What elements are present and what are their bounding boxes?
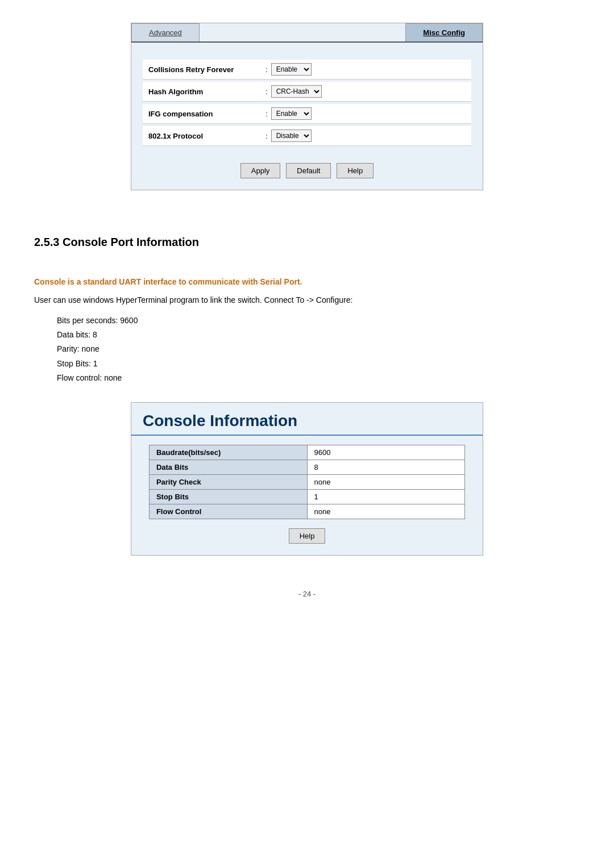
baudrate-value: 9600 [307,445,465,460]
console-info-title: Console Information [131,403,483,436]
stopbits-value: 1 [307,489,465,504]
console-intro: Console is a standard UART interface to … [34,277,580,286]
ifg-compensation-label: IFG compensation [148,110,262,118]
8021x-protocol-select[interactable]: Disable Enable [271,130,312,142]
parity-label: Parity Check [149,474,307,489]
hash-algorithm-label: Hash Algorithm [148,87,262,96]
default-button[interactable]: Default [286,163,331,178]
parity-value: none [307,474,465,489]
console-body: User can use windows HyperTerminal progr… [34,295,580,304]
spec-flowcontrol: Flow control: none [57,371,580,385]
ifg-compensation-row: IFG compensation : Enable Disable [143,104,471,124]
help-button-console[interactable]: Help [289,528,326,544]
misc-config-panel: Advanced Misc Config Collisions Retry Fo… [131,23,483,190]
collisions-retry-select[interactable]: Enable Disable [271,63,312,76]
help-button-top[interactable]: Help [337,163,374,178]
table-row: Data Bits 8 [149,460,464,474]
tab-advanced-label: Advanced [149,28,182,37]
table-row: Parity Check none [149,474,464,489]
ifg-compensation-select[interactable]: Enable Disable [271,107,312,120]
section-heading: 2.5.3 Console Port Information [34,236,580,249]
console-specs-list: Bits per seconds: 9600 Data bits: 8 Pari… [57,314,580,385]
table-row: Flow Control none [149,504,464,519]
collisions-retry-colon: : [265,65,268,74]
spec-baudrate: Bits per seconds: 9600 [57,314,580,328]
hash-algorithm-row: Hash Algorithm : CRC-Hash XOR-Hash [143,82,471,102]
collisions-retry-label: Collisions Retry Forever [148,65,262,74]
flowcontrol-label: Flow Control [149,504,307,519]
8021x-protocol-label: 802.1x Protocol [148,132,262,140]
apply-button[interactable]: Apply [240,163,281,178]
stopbits-label: Stop Bits [149,489,307,504]
console-help-row: Help [131,528,483,544]
ifg-compensation-colon: : [265,110,268,118]
databits-label: Data Bits [149,460,307,474]
collisions-retry-row: Collisions Retry Forever : Enable Disabl… [143,60,471,80]
tab-advanced[interactable]: Advanced [131,23,200,41]
tab-misc-config[interactable]: Misc Config [405,23,483,41]
8021x-protocol-colon: : [265,132,268,140]
tab-bar: Advanced Misc Config [131,23,483,43]
page-number: - 24 - [34,590,580,598]
console-info-table: Baudrate(bits/sec) 9600 Data Bits 8 Pari… [149,445,465,519]
spec-parity: Parity: none [57,342,580,356]
flowcontrol-value: none [307,504,465,519]
baudrate-label: Baudrate(bits/sec) [149,445,307,460]
databits-value: 8 [307,460,465,474]
console-info-panel: Console Information Baudrate(bits/sec) 9… [131,402,483,556]
top-panel-buttons: Apply Default Help [131,163,483,178]
form-area: Collisions Retry Forever : Enable Disabl… [131,54,483,154]
8021x-protocol-row: 802.1x Protocol : Disable Enable [143,126,471,146]
hash-algorithm-colon: : [265,87,268,96]
tab-misc-config-label: Misc Config [423,28,465,37]
hash-algorithm-select[interactable]: CRC-Hash XOR-Hash [271,85,322,98]
table-row: Stop Bits 1 [149,489,464,504]
table-row: Baudrate(bits/sec) 9600 [149,445,464,460]
spec-databits: Data bits: 8 [57,328,580,342]
spec-stopbits: Stop Bits: 1 [57,357,580,371]
